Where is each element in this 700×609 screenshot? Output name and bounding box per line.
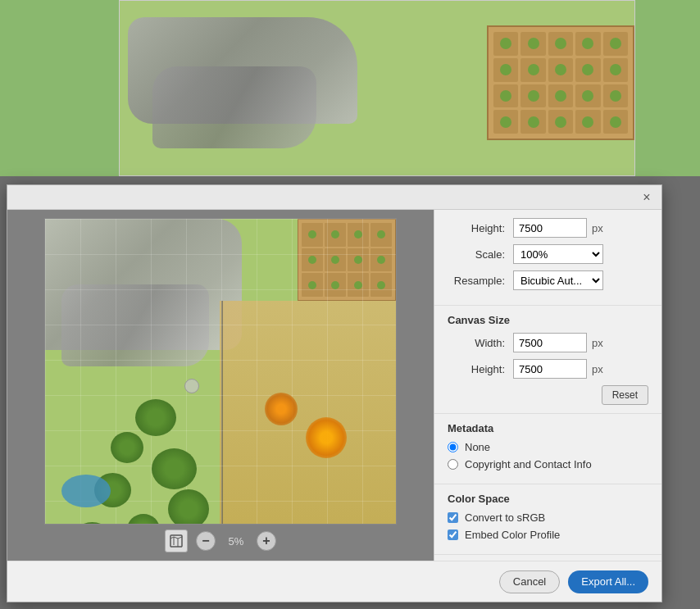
map-rock-formation-2: [152, 66, 316, 148]
farm-cell: [575, 58, 600, 82]
map-preview: [44, 218, 397, 525]
metadata-none-radio[interactable]: [448, 442, 458, 452]
farm-cell: [548, 84, 573, 108]
learn-more-section: Learn more about export options.: [434, 555, 661, 561]
svg-rect-0: [170, 535, 182, 547]
dialog-footer: Cancel Export All...: [7, 561, 661, 602]
canvas-width-input[interactable]: [513, 333, 587, 352]
canvas-size-section: Canvas Size Width: px Height: px Reset: [434, 306, 661, 414]
settings-panel: Height: px Scale: 100% Resample: Bicubic: [434, 210, 661, 561]
farm-cell: [603, 110, 628, 134]
resample-select[interactable]: Bicubic Aut...: [513, 270, 603, 290]
farm-cell: [520, 84, 545, 108]
metadata-copyright-label: Copyright and Contact Info: [465, 458, 592, 470]
farm-cell: [493, 110, 518, 134]
bush-3: [152, 448, 197, 489]
resample-row: Resample: Bicubic Aut...: [448, 270, 648, 290]
bush-2: [111, 432, 143, 463]
farm-cell: [603, 84, 628, 108]
farm-cell: [575, 32, 600, 56]
embed-profile-row: Embed Color Profile: [448, 529, 648, 541]
scale-select[interactable]: 100%: [513, 244, 603, 264]
map-icon-button[interactable]: [165, 529, 188, 552]
farm-cell: [603, 32, 628, 56]
farm-cell: [520, 110, 545, 134]
canvas-height-row: Height: px: [448, 359, 648, 379]
metadata-copyright-radio[interactable]: [448, 459, 458, 470]
zoom-level: 5%: [224, 535, 248, 548]
dialog-overlay: ×: [0, 184, 700, 609]
bush-1: [135, 399, 176, 436]
resample-label: Resample:: [448, 275, 513, 287]
farm-cell: [548, 32, 573, 56]
farm-cell: [520, 32, 545, 56]
preview-panel: − 5% +: [7, 210, 434, 561]
scale-row: Scale: 100%: [448, 244, 648, 264]
preview-toolbar: − 5% +: [165, 529, 276, 552]
scale-label: Scale:: [448, 248, 513, 261]
canvas-size-title: Canvas Size: [448, 314, 648, 326]
embed-profile-label: Embed Color Profile: [465, 529, 560, 541]
canvas-width-label: Width:: [448, 337, 513, 349]
farm-cell: [575, 110, 600, 134]
farm-cell: [493, 32, 518, 56]
cancel-button[interactable]: Cancel: [499, 570, 560, 593]
height-row: Height: px: [448, 218, 648, 238]
canvas-height-unit: px: [592, 363, 603, 375]
farm-cell: [548, 110, 573, 134]
preview-fire-2: [306, 417, 347, 458]
farm-cell: [575, 84, 600, 108]
zoom-in-button[interactable]: +: [257, 531, 276, 551]
image-size-section: Height: px Scale: 100% Resample: Bicubic: [434, 210, 661, 306]
convert-srgb-checkbox[interactable]: [448, 512, 458, 523]
canvas-width-unit: px: [592, 337, 603, 349]
preview-water: [61, 475, 111, 507]
height-label: Height:: [448, 222, 513, 234]
export-dialog: ×: [7, 184, 662, 602]
farm-cell: [548, 58, 573, 82]
convert-srgb-label: Convert to sRGB: [465, 511, 545, 524]
preview-fire-1: [265, 393, 298, 425]
farm-cell: [493, 84, 518, 108]
bush-5: [168, 489, 209, 525]
metadata-none-row: None: [448, 441, 648, 453]
map-marker: [184, 379, 199, 393]
zoom-out-button[interactable]: −: [196, 531, 216, 551]
metadata-copyright-row: Copyright and Contact Info: [448, 458, 648, 470]
convert-srgb-row: Convert to sRGB: [448, 511, 648, 524]
metadata-none-label: None: [465, 441, 490, 453]
color-space-title: Color Space: [448, 493, 648, 505]
color-space-section: Color Space Convert to sRGB Embed Color …: [434, 484, 661, 555]
height-input[interactable]: [513, 218, 587, 238]
dialog-header: ×: [7, 185, 661, 210]
embed-profile-checkbox[interactable]: [448, 529, 458, 540]
height-unit: px: [592, 222, 603, 234]
farm-cell: [603, 58, 628, 82]
dialog-body: − 5% + Height: px Scale:: [7, 210, 661, 561]
reset-button[interactable]: Reset: [602, 385, 648, 405]
close-button[interactable]: ×: [639, 189, 655, 206]
metadata-title: Metadata: [448, 422, 648, 434]
top-map-image: [119, 0, 635, 176]
export-all-button[interactable]: Export All...: [568, 570, 648, 593]
farm-cell: [520, 58, 545, 82]
farm-cell: [493, 58, 518, 82]
canvas-width-row: Width: px: [448, 333, 648, 352]
canvas-height-label: Height:: [448, 363, 513, 375]
map-icon: [170, 534, 183, 548]
canvas-height-input[interactable]: [513, 359, 587, 379]
background-map: [0, 0, 700, 176]
map-farm-area: [487, 25, 634, 140]
metadata-section: Metadata None Copyright and Contact Info: [434, 414, 661, 484]
